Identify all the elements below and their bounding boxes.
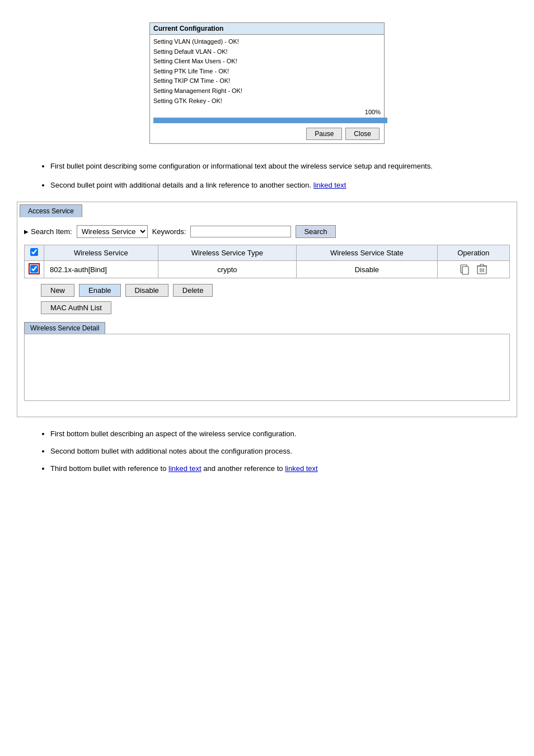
config-line-1: Setting VLAN (Untagged) - OK! [153, 37, 381, 47]
header-ws-state: Wireless Service State [297, 245, 437, 261]
bottom-bullet-1: First bottom bullet describing an aspect… [50, 428, 517, 440]
svg-rect-4 [480, 264, 484, 266]
progress-bar [153, 118, 387, 123]
header-ws-type: Wireless Service Type [158, 245, 296, 261]
bottom-link-1[interactable]: linked text [168, 464, 202, 473]
row-ws-type: crypto [158, 261, 296, 278]
access-service-body: Search Item: Wireless Service Keywords: … [17, 217, 517, 417]
select-all-checkbox[interactable] [30, 248, 38, 256]
mac-authn-row: MAC AuthN List [24, 301, 510, 314]
search-item-label: Search Item: [24, 227, 72, 236]
delete-icon[interactable] [476, 263, 488, 276]
search-button[interactable]: Search [296, 225, 335, 238]
config-line-5: Setting TKIP CM Time - OK! [153, 76, 381, 86]
config-line-6: Setting Management Right - OK! [153, 86, 381, 96]
bottom-link-2[interactable]: linked text [285, 464, 318, 473]
search-row: Search Item: Wireless Service Keywords: … [24, 225, 510, 238]
disable-button[interactable]: Disable [125, 284, 168, 297]
bullet-item-2: Second bullet point with additional deta… [50, 180, 517, 191]
config-box-title: Current Configuration [150, 23, 384, 35]
ws-detail-box [24, 334, 510, 401]
config-box: Current Configuration Setting VLAN (Unta… [149, 22, 385, 144]
op-icons [443, 263, 504, 276]
bottom-bullet-3: Third bottom bullet with reference to li… [50, 463, 517, 475]
close-button[interactable]: Close [345, 128, 380, 140]
config-line-2: Setting Default VLAN - OK! [153, 47, 381, 57]
progress-percent: 100% [365, 109, 381, 115]
row-checkbox-cell [25, 261, 44, 278]
header-checkbox-col [25, 245, 44, 261]
delete-button[interactable]: Delete [173, 284, 213, 297]
action-row: New Enable Disable Delete [24, 284, 510, 297]
top-bullets: First bullet point describing some confi… [39, 161, 517, 190]
keywords-input[interactable] [190, 226, 291, 237]
svg-rect-1 [462, 267, 469, 274]
config-line-3: Setting Client Max Users - OK! [153, 57, 381, 67]
service-table: Wireless Service Wireless Service Type W… [24, 245, 510, 278]
ws-detail-section: Wireless Service Detail [24, 319, 510, 401]
search-item-select[interactable]: Wireless Service [77, 225, 148, 238]
table-row: 802.1x-auth[Bind] crypto Disable [25, 261, 510, 278]
bottom-bullets: First bottom bullet describing an aspect… [39, 428, 517, 474]
bullet-2-link[interactable]: linked text [313, 181, 346, 189]
config-line-4: Setting PTK Life Time - OK! [153, 67, 381, 77]
new-button[interactable]: New [41, 284, 74, 297]
row-checkbox[interactable] [30, 265, 38, 273]
header-wireless-service: Wireless Service [44, 245, 158, 261]
ws-detail-label: Wireless Service Detail [24, 322, 105, 334]
mac-authn-list-button[interactable]: MAC AuthN List [41, 301, 111, 314]
config-box-content: Setting VLAN (Untagged) - OK! Setting De… [150, 35, 384, 108]
bottom-bullet-2: Second bottom bullet with additional not… [50, 446, 517, 458]
bullet-item-1: First bullet point describing some confi… [50, 161, 517, 172]
row-ws-state: Disable [297, 261, 437, 278]
row-ws-name: 802.1x-auth[Bind] [44, 261, 158, 278]
header-operation: Operation [437, 245, 509, 261]
access-service-panel: Access Service Search Item: Wireless Ser… [17, 202, 517, 417]
keywords-label: Keywords: [152, 227, 186, 236]
access-service-tab[interactable]: Access Service [20, 204, 82, 217]
enable-button[interactable]: Enable [79, 284, 120, 297]
config-box-buttons: Pause Close [150, 124, 384, 143]
row-operation [437, 261, 509, 278]
config-line-7: Setting GTK Rekey - OK! [153, 96, 381, 106]
edit-icon[interactable] [459, 263, 471, 276]
table-header-row: Wireless Service Wireless Service Type W… [25, 245, 510, 261]
pause-button[interactable]: Pause [306, 128, 342, 140]
